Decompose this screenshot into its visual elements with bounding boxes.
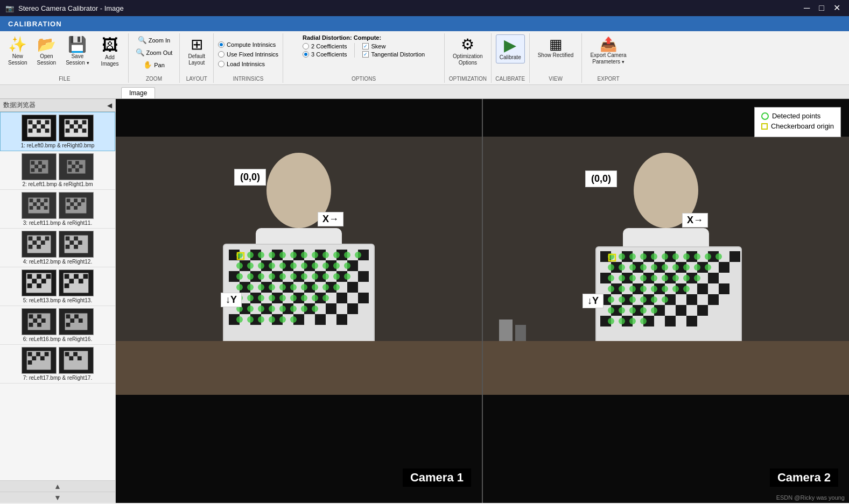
- camera-2-view: (0,0) X→ ↓Y Camera 2 ESDN @Ricky was you…: [483, 99, 849, 503]
- svg-point-305: [640, 275, 647, 281]
- optimization-group-label: OPTIMIZATION: [445, 76, 491, 82]
- close-button[interactable]: ✕: [830, 4, 844, 12]
- svg-point-329: [651, 307, 657, 314]
- use-fixed-option[interactable]: Use Fixed Intrinsics: [218, 51, 278, 58]
- sidebar-item[interactable]: 3: reLeft11.bmp & reRight11.: [0, 190, 115, 229]
- svg-rect-92: [37, 314, 41, 318]
- sidebar-item[interactable]: 2: reLeft1.bmp & reRight1.bm: [0, 151, 115, 190]
- thumb-left: [22, 308, 57, 335]
- optimization-icon: ⚙: [461, 37, 474, 52]
- svg-rect-141: [358, 271, 369, 282]
- svg-point-304: [629, 275, 636, 281]
- svg-point-233: [290, 316, 297, 323]
- layout-group-label: LAYOUT: [180, 76, 213, 82]
- svg-point-306: [651, 275, 657, 281]
- svg-point-320: [619, 296, 625, 303]
- sidebar-item[interactable]: 7: reLeft17.bmp & reRight17.: [0, 345, 115, 384]
- svg-rect-94: [41, 318, 46, 323]
- svg-rect-51: [70, 202, 74, 206]
- show-rectified-button[interactable]: ▦ Show Rectified: [534, 34, 578, 61]
- svg-point-308: [672, 275, 679, 281]
- maximize-button[interactable]: □: [816, 4, 827, 12]
- svg-point-289: [694, 253, 700, 260]
- open-session-button[interactable]: 📂 OpenSession: [33, 34, 60, 69]
- svg-rect-53: [67, 206, 71, 210]
- svg-rect-62: [29, 245, 33, 249]
- main-content: Detected points Checkerboard origin: [116, 99, 849, 503]
- 2-coeff-option[interactable]: 2 Coefficients: [303, 43, 347, 49]
- default-layout-button[interactable]: ⊞ DefaultLayout: [184, 34, 209, 69]
- svg-rect-165: [315, 314, 326, 325]
- export-params-button[interactable]: 📤 Export CameraParameters ▾: [586, 34, 630, 68]
- svg-rect-25: [42, 165, 46, 168]
- zoom-out-icon: 🔍: [136, 48, 145, 56]
- svg-point-204: [269, 284, 275, 290]
- add-images-button[interactable]: 🖼 AddImages: [95, 34, 125, 70]
- zoom-in-button[interactable]: 🔍 Zoom In: [133, 34, 176, 46]
- 3-coeff-option[interactable]: 3 Coefficients: [303, 51, 347, 58]
- minimize-button[interactable]: ─: [801, 4, 813, 12]
- camera1-x-label: X→: [318, 212, 343, 226]
- svg-point-313: [629, 286, 636, 292]
- svg-rect-54: [74, 206, 78, 210]
- svg-rect-8: [37, 129, 41, 133]
- tangential-option[interactable]: ✓ Tangential Distortion: [362, 51, 425, 58]
- save-session-button[interactable]: 💾 SaveSession ▾: [62, 34, 93, 69]
- svg-rect-154: [358, 293, 369, 303]
- load-intrinsics-option[interactable]: Load Intrinsics: [218, 61, 265, 67]
- ribbon-group-view: ▦ Show Rectified VIEW: [530, 33, 583, 83]
- svg-point-200: [344, 273, 350, 280]
- svg-point-307: [662, 275, 668, 281]
- sidebar-item[interactable]: 5: reLeft13.bmp & reRight13.: [0, 267, 115, 306]
- zoom-out-button[interactable]: 🔍 Zoom Out: [133, 47, 176, 58]
- svg-rect-61: [41, 240, 45, 245]
- add-images-icon: 🖼: [102, 37, 118, 53]
- svg-rect-153: [336, 293, 347, 303]
- svg-rect-78: [41, 279, 46, 283]
- optimization-options-button[interactable]: ⚙ OptimizationOptions: [449, 34, 487, 69]
- calibrate-button[interactable]: ▶ Calibrate: [496, 34, 525, 63]
- pan-button[interactable]: ✋ Pan: [133, 59, 176, 70]
- svg-rect-107: [36, 352, 40, 356]
- svg-point-301: [705, 264, 711, 271]
- svg-rect-159: [326, 303, 336, 314]
- svg-point-303: [619, 275, 625, 281]
- thumb-left: [22, 153, 57, 180]
- thumb-right: [59, 347, 94, 374]
- svg-point-193: [269, 273, 275, 280]
- svg-point-187: [322, 262, 329, 269]
- detected-points-icon: [761, 112, 769, 120]
- ribbon-group-optimization: ⚙ OptimizationOptions OPTIMIZATION: [445, 33, 492, 83]
- scroll-down-arrow[interactable]: ▼: [0, 492, 115, 503]
- svg-rect-41: [33, 202, 37, 206]
- image-tab[interactable]: Image: [121, 87, 155, 98]
- svg-rect-264: [719, 283, 729, 294]
- scroll-up-arrow[interactable]: ▲: [0, 480, 115, 492]
- svg-rect-15: [69, 124, 74, 129]
- sidebar-item[interactable]: 4: reLeft12.bmp & reRight12.: [0, 229, 115, 267]
- svg-point-328: [640, 307, 647, 314]
- ribbon-group-calibrate: ▶ Calibrate CALIBRATE: [492, 33, 530, 83]
- sidebar-item[interactable]: 1: reLeft0.bmp & reRight0.bmp: [0, 112, 115, 151]
- svg-rect-79: [27, 283, 32, 288]
- svg-rect-77: [32, 279, 37, 283]
- svg-point-290: [705, 253, 711, 260]
- svg-rect-275: [697, 305, 708, 316]
- sidebar-item[interactable]: 6: reLeft16.bmp & reRight16.: [0, 306, 115, 345]
- svg-rect-14: [82, 120, 87, 124]
- svg-rect-60: [32, 240, 37, 245]
- svg-rect-108: [45, 352, 49, 356]
- svg-point-317: [672, 286, 679, 292]
- svg-point-323: [651, 296, 657, 303]
- svg-rect-24: [34, 165, 38, 168]
- svg-point-315: [651, 286, 657, 292]
- svg-point-291: [715, 253, 722, 260]
- svg-point-196: [301, 273, 307, 280]
- new-session-button[interactable]: ✨ NewSession: [4, 34, 31, 69]
- skew-option[interactable]: ✓ Skew: [362, 43, 425, 49]
- svg-point-171: [279, 252, 286, 258]
- svg-point-172: [290, 252, 297, 258]
- compute-intrinsics-option[interactable]: Compute Intrinsics: [218, 41, 276, 48]
- svg-point-287: [672, 253, 679, 260]
- sidebar-collapse-icon[interactable]: ◀: [107, 102, 112, 109]
